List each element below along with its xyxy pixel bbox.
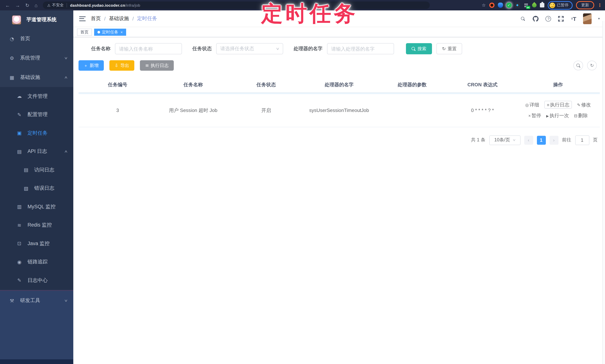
trash-icon xyxy=(574,114,577,118)
sidebar-item-log-center[interactable]: 日志中心 xyxy=(0,271,73,290)
list-icon xyxy=(145,63,149,68)
goto-unit-label: 页 xyxy=(593,137,598,143)
refresh-icon xyxy=(442,46,446,51)
pause-link[interactable]: 暂停 xyxy=(528,113,541,118)
bookmark-star-icon[interactable]: ☆ xyxy=(482,3,486,8)
run-log-link[interactable]: 执行日志 xyxy=(544,101,572,109)
help-icon[interactable]: ? xyxy=(545,15,552,22)
close-tab-icon[interactable]: × xyxy=(120,30,123,34)
extension-list-icon[interactable]: on xyxy=(523,3,528,8)
job-name-input[interactable] xyxy=(115,43,182,54)
edit-link[interactable]: 修改 xyxy=(577,102,591,107)
github-icon[interactable] xyxy=(533,15,539,22)
sidebar-item-mysql-monitor[interactable]: MySQL 监控 xyxy=(0,197,73,216)
forward-icon[interactable]: → xyxy=(15,2,20,8)
sidebar-item-dev-tools[interactable]: 研发工具 ∨ xyxy=(0,291,73,310)
paused-extension-chip[interactable]: 已暂停 xyxy=(548,1,573,10)
cell-handler-param xyxy=(376,94,448,127)
sidebar-item-label: Redis 监控 xyxy=(27,222,52,229)
extension-blue-icon[interactable] xyxy=(498,3,503,8)
address-bar[interactable]: ⚠ 不安全 dashboard.yudao.iocoder.cn/infra/j… xyxy=(43,1,430,9)
handler-name-input[interactable] xyxy=(327,43,394,54)
sidebar-item-file-management[interactable]: 文件管理 xyxy=(0,87,73,105)
browser-update-button[interactable]: 更新 xyxy=(576,1,594,9)
chevron-up-icon: ∧ xyxy=(64,150,68,154)
font-size-icon[interactable]: тT xyxy=(571,15,577,22)
sidebar-item-access-log[interactable]: 访问日志 xyxy=(0,161,73,179)
extension-gem-icon[interactable]: ◆ xyxy=(515,3,520,8)
sidebar-item-label: 基础设施 xyxy=(20,74,40,81)
security-label[interactable]: 不安全 xyxy=(52,3,64,8)
col-actions: 操作 xyxy=(516,77,600,92)
detail-link[interactable]: 详细 xyxy=(525,102,539,107)
sidebar-item-config-management[interactable]: 配置管理 xyxy=(0,105,73,124)
reload-icon[interactable]: ↻ xyxy=(25,2,29,8)
sidebar-item-infrastructure[interactable]: 基础设施 ∧ xyxy=(0,68,73,87)
browser-extensions-area: ☆ ✓ ◆ on 已暂停 更新 ⋮ xyxy=(482,1,605,10)
page-scrollbar[interactable] xyxy=(602,21,605,364)
extensions-puzzle-icon[interactable] xyxy=(540,3,544,7)
tab-scheduled-jobs[interactable]: 定时任务 × xyxy=(94,28,126,36)
sidebar-item-scheduled-jobs[interactable]: 定时任务 xyxy=(0,124,73,142)
job-status-select[interactable]: 请选择任务状态 ∨ xyxy=(216,43,283,54)
job-status-label: 任务状态 xyxy=(192,45,212,52)
navbar-right-icons: ? тT ▾ xyxy=(520,13,600,24)
page-size-value: 10条/页 xyxy=(494,137,510,143)
url-domain: dashboard.yudao.iocoder.cn xyxy=(70,3,125,7)
next-page-button[interactable]: › xyxy=(549,136,558,144)
execution-log-button[interactable]: 执行日志 xyxy=(140,60,174,71)
sidebar-item-error-log[interactable]: 错误日志 xyxy=(0,179,73,197)
dashboard-icon xyxy=(9,36,15,41)
java-monitor-icon xyxy=(16,241,22,247)
sidebar-item-home[interactable]: 首页 xyxy=(0,29,73,48)
sidebar-menu: 首页 系统管理 ∨ 基础设施 ∧ 文件管理 xyxy=(0,29,73,290)
table-tools xyxy=(573,61,600,70)
breadcrumb-separator: / xyxy=(132,16,134,21)
plus-icon xyxy=(84,63,88,68)
tab-home[interactable]: 首页 xyxy=(77,28,92,36)
goto-page-input[interactable] xyxy=(575,135,589,145)
search-button[interactable]: 搜索 xyxy=(406,43,432,54)
sidebar-item-system[interactable]: 系统管理 ∨ xyxy=(0,48,73,68)
col-handler-name: 处理器的名字 xyxy=(303,77,376,92)
sidebar-logo-row[interactable]: 芋道管理系统 xyxy=(0,10,73,29)
extension-green-icon[interactable]: ✓ xyxy=(506,3,512,8)
job-status-placeholder: 请选择任务状态 xyxy=(220,45,254,52)
reset-button[interactable]: 重置 xyxy=(436,43,462,54)
page-content: 任务名称 任务状态 请选择任务状态 ∨ 处理器的名字 搜索 重置 新增 导出 xyxy=(73,37,605,364)
cloud-icon xyxy=(16,93,22,99)
delete-link[interactable]: 删除 xyxy=(574,113,588,118)
add-button[interactable]: 新增 xyxy=(79,60,104,71)
avatar-caret-icon[interactable]: ▾ xyxy=(598,17,600,20)
tab-label: 首页 xyxy=(80,29,89,35)
refresh-table-button[interactable] xyxy=(587,61,597,70)
cell-job-id: 3 xyxy=(79,94,157,127)
toggle-search-button[interactable] xyxy=(573,61,583,70)
breadcrumb-infrastructure[interactable]: 基础设施 xyxy=(109,15,129,22)
infrastructure-icon xyxy=(9,75,15,80)
home-icon[interactable]: ⌂ xyxy=(35,2,38,8)
export-button[interactable]: 导出 xyxy=(109,60,134,71)
sidebar-item-trace[interactable]: 链路追踪 xyxy=(0,253,73,271)
fullscreen-icon[interactable] xyxy=(558,15,564,22)
sidebar-item-redis-monitor[interactable]: Redis 监控 xyxy=(0,216,73,234)
hamburger-icon[interactable] xyxy=(79,16,86,21)
extension-orange-icon[interactable] xyxy=(489,3,494,8)
sidebar-item-java-monitor[interactable]: Java 监控 xyxy=(0,234,73,253)
breadcrumb-current: 定时任务 xyxy=(137,15,157,22)
sidebar-item-label: 系统管理 xyxy=(20,55,40,61)
page-size-select[interactable]: 10条/页 ∨ xyxy=(489,135,520,145)
page-1-button[interactable]: 1 xyxy=(537,136,546,144)
col-cron: CRON 表达式 xyxy=(448,77,516,92)
extension-leaf-icon[interactable] xyxy=(531,2,537,8)
browser-chrome-bar: ← → ↻ ⌂ ⚠ 不安全 dashboard.yudao.iocoder.cn… xyxy=(0,0,605,10)
breadcrumb-home[interactable]: 首页 xyxy=(91,15,101,22)
run-once-link[interactable]: 执行一次 xyxy=(546,113,569,118)
user-avatar[interactable] xyxy=(583,13,592,24)
table-header-row: 任务编号 任务名称 任务状态 处理器的名字 处理器的参数 CRON 表达式 操作 xyxy=(79,77,600,92)
browser-menu-icon[interactable]: ⋮ xyxy=(598,3,602,8)
search-icon[interactable] xyxy=(520,15,526,22)
prev-page-button[interactable]: ‹ xyxy=(524,136,533,144)
back-icon[interactable]: ← xyxy=(5,2,10,8)
sidebar-item-api-log[interactable]: API 日志 ∧ xyxy=(0,142,73,161)
